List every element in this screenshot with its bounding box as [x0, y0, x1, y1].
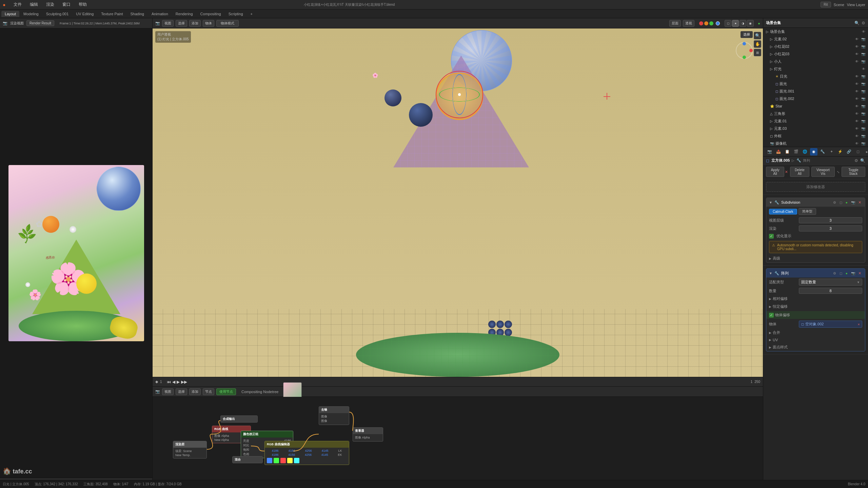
tab-uv-editing[interactable]: UV Editing [73, 11, 97, 17]
camera-icon3[interactable]: 📷 [861, 52, 865, 56]
constant-offset-section[interactable]: ▶ 恒定偏移 [766, 303, 865, 310]
arr-icon1[interactable]: ⚙ [832, 271, 837, 276]
node-add-menu[interactable]: 添加 [189, 388, 201, 395]
camera-icon9[interactable]: 📷 [861, 104, 865, 108]
shading-solid[interactable]: ● [732, 20, 739, 27]
outliner-filter-icon[interactable]: ⚙ [862, 21, 865, 25]
tab-layout[interactable]: Layout [1, 11, 19, 17]
outliner-item-scene[interactable]: ▷ 场景合集 👁 [763, 28, 868, 35]
frame-btn[interactable]: ⊞ [754, 49, 761, 56]
merge-section[interactable]: ▶ 合并 [766, 329, 865, 337]
node-node-menu[interactable]: 节点 [203, 388, 214, 395]
outliner-item-area-light-002[interactable]: ◻ 面光.002 👁 📷 [763, 95, 868, 102]
outliner-item-flower03[interactable]: ▷ 小红花03 👁 📷 [763, 50, 868, 58]
node-viewer[interactable]: 查看器 图像 Alpha [353, 427, 383, 442]
advanced-section[interactable]: ▶ 高级 [766, 255, 865, 262]
prop-output-icon[interactable]: 📤 [775, 148, 782, 156]
camera-icon4[interactable]: 📷 [861, 60, 865, 63]
camera-icon[interactable]: 📷 [861, 37, 865, 41]
node-composite-output[interactable]: 合成输出 [220, 415, 258, 423]
outliner-item-sun[interactable]: ☀ 日光 👁 📷 [763, 73, 868, 80]
sub-render-icon[interactable]: 📷 [850, 200, 856, 205]
viewport-select-menu[interactable]: 选择 [176, 20, 187, 27]
apply-all-button[interactable]: Apply All [766, 167, 784, 177]
tab-shading[interactable]: Shading [127, 11, 147, 17]
viewport-object-menu[interactable]: 物体 [203, 20, 214, 27]
menu-edit[interactable]: 编辑 [28, 1, 40, 8]
node-canvas[interactable]: 渲染层 场景: Scene New Temp. RGB 曲线 图像 Alpha … [153, 397, 763, 485]
shading-wire[interactable]: ◻ [725, 20, 731, 27]
viewport-content[interactable]: 🌸 用户透视 (1) 灯光 | 立方体.005 选择 [153, 28, 763, 377]
tab-modeling[interactable]: Modeling [20, 11, 42, 17]
outliner-search-icon[interactable]: 🔍 [854, 21, 860, 25]
camera-icon2[interactable]: 📷 [861, 45, 865, 48]
tab-animation[interactable]: Animation [148, 11, 172, 17]
search-icon[interactable]: 🔍 [860, 158, 865, 163]
sub-icon1[interactable]: ⚙ [832, 200, 837, 205]
eye-icon7[interactable]: 👁 [855, 82, 859, 86]
object-offset-section[interactable]: ✓ 物体偏移 [766, 311, 865, 319]
obj-close-icon[interactable]: × [858, 322, 860, 326]
viewport-layer-btn[interactable]: 层面 [669, 20, 681, 27]
sub-visible-icon[interactable]: ● [845, 200, 849, 205]
outliner-item-star[interactable]: ⭐ Star 👁 📷 [763, 102, 868, 110]
view-levels-value[interactable]: 3 [799, 217, 862, 223]
outliner-scene-eye[interactable]: 👁 [862, 30, 865, 34]
array-expand-icon[interactable]: ▼ [769, 271, 772, 275]
node-denoise[interactable]: 去噪 图像 图像 [319, 406, 349, 425]
relative-offset-section[interactable]: ▶ 相对偏移 [766, 295, 865, 303]
viewport-view-menu[interactable]: 视图 [162, 20, 174, 27]
tab-scripting[interactable]: Scripting [225, 11, 246, 17]
use-nodes-btn[interactable]: 使用节点 [216, 388, 236, 395]
delete-all-button[interactable]: Delete All [790, 167, 810, 177]
outliner-item-triangle[interactable]: △ 三角形 👁 📷 [763, 110, 868, 117]
prop-data-icon[interactable]: ◻ [854, 148, 862, 156]
fit-type-dropdown[interactable]: 固定数量 ▼ [799, 279, 862, 286]
sub-icon2[interactable]: ◻ [839, 200, 843, 205]
filter-icon[interactable]: ⚙ [854, 158, 858, 163]
tab-add[interactable]: + [247, 11, 256, 17]
prop-material-icon[interactable]: ● [863, 148, 868, 156]
optimize-checkbox[interactable]: ✓ [769, 234, 774, 239]
count-value[interactable]: 8 [799, 288, 862, 294]
eye-icon4[interactable]: 👁 [855, 60, 859, 63]
arr-close-icon[interactable]: × [857, 270, 862, 276]
eye-icon14[interactable]: 👁 [855, 134, 859, 138]
prop-modifier-icon[interactable]: 🔧 [819, 148, 826, 156]
eye-icon12[interactable]: 👁 [855, 119, 859, 123]
node-scene-input[interactable]: 渲染层 场景: Scene New Temp. [173, 441, 207, 459]
camera-icon6[interactable]: 📷 [861, 82, 865, 86]
apply-all-close-icon[interactable]: × [785, 169, 788, 175]
tab-rendering[interactable]: Rendering [172, 11, 196, 17]
play-btn[interactable]: ⏮ [167, 380, 171, 384]
prop-world-icon[interactable]: 🌐 [801, 148, 809, 156]
menu-help[interactable]: 帮助 [77, 1, 89, 8]
play-pause-btn[interactable]: ▶ [177, 380, 180, 384]
arr-icon2[interactable]: ◻ [839, 271, 843, 276]
node-select-menu[interactable]: 选择 [176, 388, 187, 395]
step-back-btn[interactable]: ◀ [172, 380, 175, 384]
outliner-item-person[interactable]: ▷ 小人 👁 📷 [763, 58, 868, 65]
camera-icon14[interactable]: 📷 [861, 142, 865, 145]
outliner-item-area-light-001[interactable]: ◻ 面光.001 👁 📷 [763, 87, 868, 95]
eye-icon9[interactable]: 👁 [855, 97, 859, 101]
outliner-item-area-light[interactable]: ◻ 面光 👁 📷 [763, 80, 868, 87]
menu-window[interactable]: 窗口 [60, 1, 73, 8]
eye-icon[interactable]: 👁 [855, 37, 859, 41]
add-modifier-button[interactable]: 添加修改器 [766, 182, 865, 192]
menu-render[interactable]: 渲染 [44, 1, 56, 8]
prop-scene-icon[interactable]: 🎬 [792, 148, 800, 156]
eye-icon6[interactable]: 👁 [855, 75, 859, 78]
node-view-menu[interactable]: 视图 [162, 388, 174, 395]
outliner-item-flower02[interactable]: ▷ 小红花02 👁 📷 [763, 43, 868, 50]
step-fwd-btn[interactable]: ▶▶ [181, 380, 187, 384]
render-value[interactable]: 3 [799, 225, 862, 231]
camera-icon11[interactable]: 📷 [861, 119, 865, 123]
outliner-item-frame[interactable]: ◻ 外框 👁 📷 [763, 132, 868, 140]
shading-material[interactable]: ◑ [739, 20, 746, 27]
sub-close-icon[interactable]: × [857, 199, 862, 205]
viewport-add-menu[interactable]: 添加 [189, 20, 201, 27]
tab-compositing[interactable]: Compositing [197, 11, 224, 17]
eye-icon10[interactable]: 👁 [855, 104, 859, 108]
prop-particle-icon[interactable]: ✦ [828, 148, 835, 156]
